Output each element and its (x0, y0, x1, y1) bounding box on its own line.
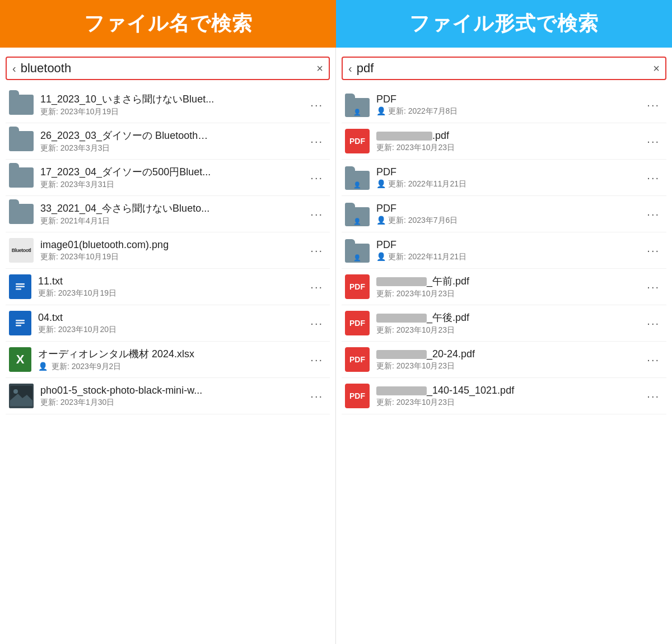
folder-shared-icon: 👤 (345, 165, 370, 190)
file-info: _20-24.pdf 更新: 2023年10月23日 (376, 348, 643, 371)
file-date: 更新: 2023年10月23日 (376, 325, 643, 335)
svg-rect-5 (16, 320, 25, 321)
more-menu-icon[interactable]: ··· (643, 281, 663, 293)
list-item: 17_2023_04_ダイソーの500円Bluet... 更新: 2023年3月… (6, 160, 330, 196)
svg-rect-1 (16, 283, 25, 285)
file-info: 33_2021_04_今さら聞けないBlueto... 更新: 2021年4月1… (40, 202, 307, 226)
list-item: 11.txt 更新: 2023年10月19日 ··· (6, 269, 330, 305)
file-date: 更新: 2023年10月23日 (376, 143, 643, 153)
more-menu-icon[interactable]: ··· (307, 208, 326, 221)
photo-icon (9, 384, 34, 408)
file-name: PDF (376, 94, 643, 105)
file-info: PDF 👤 更新: 2022年7月8日 (376, 94, 643, 116)
list-item: 👤 PDF 👤 更新: 2023年7月6日 ··· (342, 196, 666, 232)
left-header: ファイル名で検索 (0, 0, 336, 48)
more-menu-icon[interactable]: ··· (307, 390, 326, 403)
more-menu-icon[interactable]: ··· (307, 353, 326, 366)
folder-shared-icon: 👤 (345, 238, 370, 263)
pdf-icon: PDF (345, 129, 370, 153)
file-name: _20-24.pdf (376, 348, 643, 360)
file-info: PDF 👤 更新: 2022年11月21日 (376, 239, 643, 262)
more-menu-icon[interactable]: ··· (643, 99, 663, 111)
more-menu-icon[interactable]: ··· (643, 353, 663, 366)
more-menu-icon[interactable]: ··· (643, 244, 663, 257)
more-menu-icon[interactable]: ··· (307, 99, 326, 111)
file-info: 11.txt 更新: 2023年10月19日 (38, 276, 307, 298)
more-menu-icon[interactable]: ··· (307, 135, 326, 148)
folder-icon (9, 95, 34, 115)
file-name: 11.txt (38, 276, 307, 287)
list-item: X オーディオレンタル機材 2024.xlsx 👤 更新: 2023年9月2日 … (6, 342, 330, 378)
right-header: ファイル形式で検索 (336, 0, 672, 48)
file-date: 更新: 2023年10月19日 (40, 107, 307, 117)
file-name: _140-145_1021.pdf (376, 385, 643, 396)
file-name: 33_2021_04_今さら聞けないBlueto... (40, 202, 307, 215)
pdf-icon: PDF (345, 274, 370, 299)
left-back-icon[interactable]: ‹ (12, 62, 16, 75)
file-name: image01(bluetooth.com).png (40, 239, 307, 251)
list-item: 33_2021_04_今さら聞けないBlueto... 更新: 2021年4月1… (6, 196, 330, 232)
file-date: 更新: 2023年10月19日 (38, 288, 307, 298)
list-item: 👤 PDF 👤 更新: 2022年7月8日 ··· (342, 87, 666, 123)
folder-icon (9, 167, 34, 188)
right-search-input[interactable] (357, 61, 649, 76)
file-date: 更新: 2023年10月20日 (38, 325, 307, 335)
file-info: _午前.pdf 更新: 2023年10月23日 (376, 274, 643, 299)
more-menu-icon[interactable]: ··· (307, 281, 326, 293)
file-date: 更新: 2023年10月23日 (376, 361, 643, 371)
list-item: Bluetootl image01(bluetooth.com).png 更新:… (6, 232, 330, 269)
file-name: PDF (376, 239, 643, 251)
more-menu-icon[interactable]: ··· (307, 171, 326, 184)
left-header-title: ファイル名で検索 (84, 10, 253, 38)
shared-icon: 👤 (376, 252, 386, 261)
left-clear-icon[interactable]: × (316, 62, 323, 75)
doc-icon (9, 274, 31, 299)
file-info: 26_2023_03_ダイソーの Bluetooth… 更新: 2023年3月3… (40, 129, 307, 153)
file-name: 17_2023_04_ダイソーの500円Bluet... (40, 165, 307, 179)
file-date: 更新: 2023年1月30日 (40, 398, 307, 408)
list-item: PDF _140-145_1021.pdf 更新: 2023年10月23日 ··… (342, 378, 666, 414)
file-date: 👤 更新: 2023年7月6日 (376, 216, 643, 226)
file-info: _140-145_1021.pdf 更新: 2023年10月23日 (376, 385, 643, 408)
list-item: PDF _午前.pdf 更新: 2023年10月23日 ··· (342, 269, 666, 305)
pdf-icon: PDF (345, 347, 370, 372)
more-menu-icon[interactable]: ··· (643, 208, 663, 221)
right-back-icon[interactable]: ‹ (348, 62, 352, 75)
list-item: pho01-5_stock-photo-black-mini-w... 更新: … (6, 378, 330, 414)
more-menu-icon[interactable]: ··· (307, 244, 326, 257)
file-name: _午後.pdf (376, 311, 643, 324)
right-clear-icon[interactable]: × (653, 62, 660, 75)
more-menu-icon[interactable]: ··· (643, 135, 663, 148)
svg-rect-3 (16, 288, 21, 290)
more-menu-icon[interactable]: ··· (643, 171, 663, 184)
shared-icon: 👤 (38, 362, 48, 371)
file-name: 11_2023_10_いまさら聞けないBluet... (40, 92, 307, 106)
right-search-bar: ‹ × (342, 57, 666, 80)
list-item: 04.txt 更新: 2023年10月20日 ··· (6, 305, 330, 342)
folder-shared-icon: 👤 (345, 92, 370, 117)
more-menu-icon[interactable]: ··· (643, 390, 663, 403)
file-date: 👤 更新: 2022年7月8日 (376, 106, 643, 116)
left-search-bar: ‹ × (6, 57, 330, 80)
left-panel: ‹ × 11_2023_10_いまさら聞けないBluet... 更新: 2023… (0, 48, 336, 644)
list-item: PDF _午後.pdf 更新: 2023年10月23日 ··· (342, 305, 666, 342)
file-info: image01(bluetooth.com).png 更新: 2023年10月1… (40, 239, 307, 262)
file-info: PDF 👤 更新: 2022年11月21日 (376, 166, 643, 189)
file-name: 04.txt (38, 312, 307, 324)
file-name: PDF (376, 166, 643, 178)
more-menu-icon[interactable]: ··· (643, 317, 663, 330)
file-date: 更新: 2021年4月1日 (40, 216, 307, 226)
right-file-list: 👤 PDF 👤 更新: 2022年7月8日 ··· PDF .pdf 更新: 2… (342, 87, 666, 414)
file-info: 04.txt 更新: 2023年10月20日 (38, 312, 307, 335)
pdf-icon: PDF (345, 384, 370, 408)
file-date: 更新: 2023年10月23日 (376, 398, 643, 408)
more-menu-icon[interactable]: ··· (307, 317, 326, 330)
file-date: 更新: 2023年3月31日 (40, 180, 307, 190)
file-info: pho01-5_stock-photo-black-mini-w... 更新: … (40, 385, 307, 408)
bluetooth-image-icon: Bluetootl (9, 238, 34, 263)
file-date: 👤 更新: 2022年11月21日 (376, 179, 643, 189)
shared-icon: 👤 (376, 179, 386, 188)
shared-icon: 👤 (376, 216, 386, 225)
right-panel: ‹ × 👤 PDF 👤 更新: 2022年7月8日 ··· P (336, 48, 672, 644)
left-search-input[interactable] (21, 61, 312, 76)
